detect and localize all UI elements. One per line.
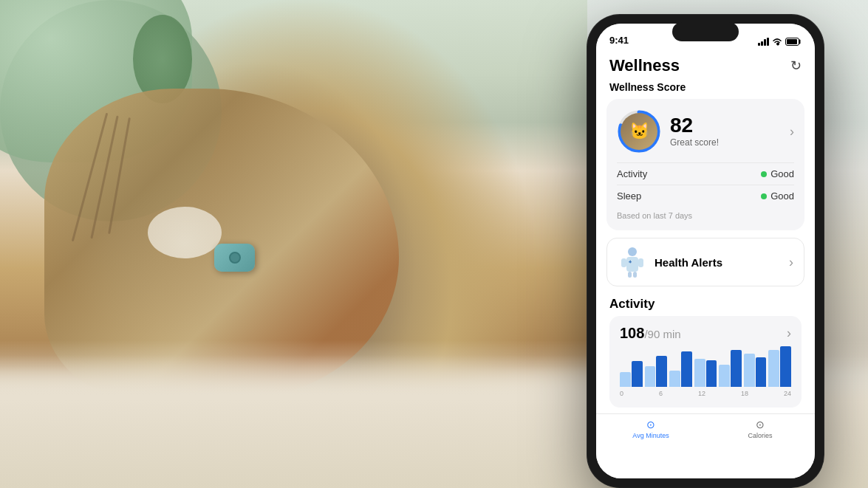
cat-avatar: 🐱 [621, 113, 657, 150]
health-alerts-left: Health Alerts [618, 247, 722, 277]
wellness-chevron[interactable]: › [790, 124, 794, 140]
score-circle: 🐱 [617, 109, 661, 154]
minutes-goal: /90 min [644, 328, 680, 340]
collar-device [214, 244, 255, 272]
bar-group-2 [645, 356, 668, 387]
avg-minutes-icon: ⊙ [646, 419, 655, 430]
activity-section: Activity 108/90 min › [596, 294, 815, 413]
activity-status-dot [761, 171, 767, 177]
sleep-status-dot [761, 193, 767, 199]
bar [719, 365, 730, 387]
bar [656, 356, 667, 387]
svg-rect-9 [638, 258, 643, 267]
tab-calories[interactable]: ⊙ Calories [705, 419, 815, 439]
minutes-display: 108/90 min [620, 325, 681, 342]
wellness-card: 🐱 82 Great score! › Activity [606, 99, 804, 230]
bottom-tabs: ⊙ Avg Minutes ⊙ Calories [596, 413, 815, 441]
phone-wrapper: 9:41 [587, 15, 824, 473]
phone-screen: 9:41 [596, 24, 815, 478]
battery-icon [785, 38, 802, 46]
bar-group-6 [744, 354, 767, 387]
bar [780, 346, 791, 387]
bar [632, 361, 643, 387]
bar-group-7 [768, 346, 791, 387]
score-row: 🐱 82 Great score! › [617, 109, 794, 154]
wellness-score-title: Wellness Score [596, 80, 815, 99]
footnote: Based on last 7 days [617, 207, 794, 220]
app-header: Wellness ↻ [596, 50, 815, 80]
minutes-current: 108 [620, 325, 644, 341]
signal-icon [758, 38, 769, 46]
score-left: 🐱 82 Great score! [617, 109, 719, 154]
calories-label: Calories [748, 432, 772, 439]
sleep-metric-label: Sleep [617, 190, 641, 202]
svg-rect-7 [630, 261, 632, 264]
bar [756, 357, 767, 387]
chart-label-6: 6 [659, 390, 663, 397]
phone-frame: 9:41 [587, 15, 824, 487]
bar-group-3 [669, 351, 692, 387]
score-info: 82 Great score! [670, 115, 719, 148]
bar [669, 371, 680, 387]
chart-label-12: 12 [698, 390, 705, 397]
health-alerts-card[interactable]: Health Alerts › [606, 238, 804, 286]
bar [681, 351, 692, 387]
bar [645, 366, 656, 387]
svg-rect-1 [787, 39, 797, 44]
activity-metric-label: Activity [617, 168, 647, 179]
svg-point-4 [628, 247, 637, 256]
svg-rect-5 [626, 257, 638, 272]
activity-card: 108/90 min › [609, 316, 802, 408]
bar [768, 350, 779, 387]
score-number: 82 [670, 115, 719, 136]
bar [694, 359, 705, 387]
health-icon [618, 247, 647, 277]
bar-group-4 [694, 359, 717, 387]
bar-chart [620, 348, 791, 388]
calories-icon: ⊙ [756, 419, 765, 430]
wifi-icon [772, 38, 782, 46]
chart-labels: 0 6 12 18 24 [620, 388, 791, 399]
refresh-button[interactable]: ↻ [790, 58, 802, 74]
app-content: Wellness ↻ Wellness Score [596, 50, 815, 478]
chart-label-0: 0 [620, 390, 623, 397]
svg-rect-10 [628, 272, 632, 278]
cat-muzzle [148, 207, 222, 258]
bar-group-5 [719, 350, 742, 387]
svg-rect-11 [633, 272, 637, 278]
sleep-metric-status: Good [761, 190, 794, 202]
bar-group-1 [620, 361, 643, 387]
bar [706, 360, 717, 387]
activity-metric-status: Good [761, 168, 794, 179]
activity-minutes-row: 108/90 min › [620, 325, 791, 342]
health-alerts-title: Health Alerts [655, 256, 722, 269]
chart-label-24: 24 [784, 390, 791, 397]
activity-metric-row: Activity Good [617, 162, 794, 185]
app-title: Wellness [609, 56, 680, 75]
sleep-metric-row: Sleep Good [617, 185, 794, 207]
dynamic-island [672, 22, 739, 41]
sleep-status-text: Good [770, 190, 794, 202]
activity-section-title: Activity [609, 297, 802, 312]
status-time: 9:41 [609, 35, 629, 46]
bar [620, 372, 631, 387]
svg-rect-8 [621, 258, 626, 267]
health-alerts-chevron[interactable]: › [789, 255, 793, 270]
bar [731, 350, 742, 387]
tab-avg-minutes[interactable]: ⊙ Avg Minutes [596, 419, 705, 439]
activity-status-text: Good [770, 168, 794, 179]
chart-label-18: 18 [741, 390, 748, 397]
status-icons [758, 38, 802, 46]
activity-chevron[interactable]: › [787, 326, 791, 341]
score-label: Great score! [670, 137, 719, 148]
avg-minutes-label: Avg Minutes [632, 432, 669, 439]
bar [744, 354, 755, 387]
